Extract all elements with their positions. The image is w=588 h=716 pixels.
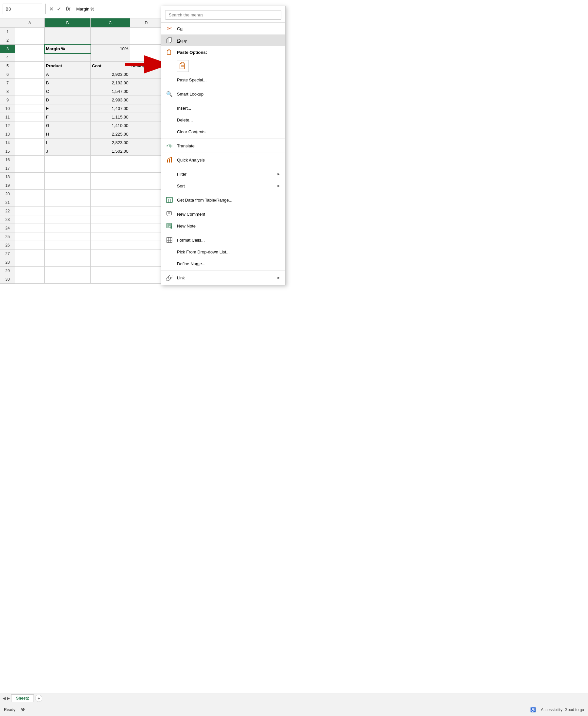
cell-A7[interactable] (15, 79, 45, 87)
cell-D12[interactable] (130, 122, 163, 130)
cell-C7[interactable]: 2,192.00 (91, 79, 130, 87)
cell-B4[interactable] (45, 53, 91, 62)
cell-C6[interactable]: 2,923.00 (91, 70, 130, 79)
cell-A5[interactable] (15, 62, 45, 70)
menu-item-clear-contents[interactable]: Clear Contents (161, 126, 285, 138)
menu-item-insert[interactable]: Insert... (161, 102, 285, 114)
cell-D7[interactable] (130, 79, 163, 87)
menu-item-delete[interactable]: Delete... (161, 114, 285, 126)
cell-A15[interactable] (15, 147, 45, 155)
cell-C8[interactable]: 1,547.00 (91, 87, 130, 96)
cell-A14[interactable] (15, 139, 45, 147)
cell-A2[interactable] (15, 36, 45, 45)
row-header-15[interactable]: 15 (0, 147, 15, 155)
cell-C15[interactable]: 1,502.00 (91, 147, 130, 155)
cell-D5[interactable]: Selling P (130, 62, 163, 70)
cell-C9[interactable]: 2,993.00 (91, 96, 130, 104)
cell-B8[interactable]: C (45, 87, 91, 96)
formula-input[interactable] (75, 5, 585, 13)
menu-item-copy[interactable]: Copy (161, 35, 285, 46)
cell-B14[interactable]: I (45, 139, 91, 147)
menu-item-new-comment[interactable]: New Comment (161, 208, 285, 220)
cell-C10[interactable]: 1,407.00 (91, 104, 130, 113)
menu-item-translate[interactable]: a 中 Translate (161, 140, 285, 152)
cell-A12[interactable] (15, 122, 45, 130)
cell-D13[interactable] (130, 130, 163, 139)
cell-C4[interactable] (91, 53, 130, 62)
col-header-C[interactable]: C (91, 18, 130, 27)
scroll-left-icon[interactable]: ◀ (3, 696, 5, 700)
cell-A3[interactable] (15, 45, 45, 53)
row-header-12[interactable]: 12 (0, 122, 15, 130)
menu-item-link[interactable]: Link ► (161, 272, 285, 283)
menu-item-pick-dropdown[interactable]: Pick From Drop-down List... (161, 246, 285, 258)
add-sheet-button[interactable]: + (35, 695, 42, 702)
cell-D9[interactable] (130, 96, 163, 104)
menu-item-smart-lookup[interactable]: 🔍 Smart Lookup (161, 88, 285, 100)
cell-A6[interactable] (15, 70, 45, 79)
cell-B15[interactable]: J (45, 147, 91, 155)
cell-B13[interactable]: H (45, 130, 91, 139)
cell-reference-box[interactable]: B3 (3, 4, 42, 14)
cell-A1[interactable] (15, 27, 45, 36)
col-header-B[interactable]: B (45, 18, 91, 27)
cell-D3[interactable] (130, 45, 163, 53)
cell-C11[interactable]: 1,115.00 (91, 113, 130, 122)
cell-D15[interactable] (130, 147, 163, 155)
row-header-4[interactable]: 4 (0, 53, 15, 62)
cell-D14[interactable] (130, 139, 163, 147)
row-header-7[interactable]: 7 (0, 79, 15, 87)
row-header-2[interactable]: 2 (0, 36, 15, 45)
confirm-icon[interactable]: ✓ (57, 6, 61, 12)
scroll-right-icon[interactable]: ▶ (7, 696, 10, 700)
menu-item-get-data[interactable]: Get Data from Table/Range... (161, 194, 285, 206)
menu-item-paste-special[interactable]: Paste Special... (161, 74, 285, 86)
cell-B9[interactable]: D (45, 96, 91, 104)
row-header-10[interactable]: 10 (0, 104, 15, 113)
cell-C14[interactable]: 2,823.00 (91, 139, 130, 147)
cell-D11[interactable] (130, 113, 163, 122)
cell-C1[interactable] (91, 27, 130, 36)
row-header-3[interactable]: 3 (0, 45, 15, 53)
row-header-5[interactable]: 5 (0, 62, 15, 70)
cell-D1[interactable] (130, 27, 163, 36)
cell-D4[interactable] (130, 53, 163, 62)
row-header-13[interactable]: 13 (0, 130, 15, 139)
row-header-6[interactable]: 6 (0, 70, 15, 79)
cell-D2[interactable] (130, 36, 163, 45)
cell-C5[interactable]: Cost (91, 62, 130, 70)
cell-C2[interactable] (91, 36, 130, 45)
cell-B10[interactable]: E (45, 104, 91, 113)
menu-item-quick-analysis[interactable]: Quick Analysis (161, 154, 285, 166)
cancel-icon[interactable]: ✕ (49, 6, 54, 12)
cell-A11[interactable] (15, 113, 45, 122)
col-header-D[interactable]: D (130, 18, 163, 27)
row-header-8[interactable]: 8 (0, 87, 15, 96)
cell-B2[interactable] (45, 36, 91, 45)
cell-A8[interactable] (15, 87, 45, 96)
cell-B7[interactable]: B (45, 79, 91, 87)
cell-C3[interactable]: 10% (91, 45, 130, 53)
col-header-A[interactable]: A (15, 18, 45, 27)
row-header-9[interactable]: 9 (0, 96, 15, 104)
row-header-1[interactable]: 1 (0, 27, 15, 36)
row-header-14[interactable]: 14 (0, 139, 15, 147)
menu-item-cut[interactable]: ✂ Cut (161, 23, 285, 35)
paste-option-clipboard[interactable] (177, 60, 189, 72)
cell-A10[interactable] (15, 104, 45, 113)
cell-A13[interactable] (15, 130, 45, 139)
cell-B3[interactable]: Margin % (45, 45, 91, 53)
menu-item-filter[interactable]: Filter ► (161, 168, 285, 180)
menu-item-sort[interactable]: Sort ► (161, 180, 285, 192)
cell-A9[interactable] (15, 96, 45, 104)
row-header-11[interactable]: 11 (0, 113, 15, 122)
sheet-tab-sheet2[interactable]: Sheet2 (11, 694, 34, 702)
cell-B5[interactable]: Product (45, 62, 91, 70)
menu-item-format-cells[interactable]: Format Cells... (161, 234, 285, 246)
menu-item-define-name[interactable]: Define Name... (161, 258, 285, 270)
cell-B12[interactable]: G (45, 122, 91, 130)
menu-search-input[interactable] (165, 10, 281, 20)
cell-D10[interactable] (130, 104, 163, 113)
cell-B6[interactable]: A (45, 70, 91, 79)
cell-B1[interactable] (45, 27, 91, 36)
